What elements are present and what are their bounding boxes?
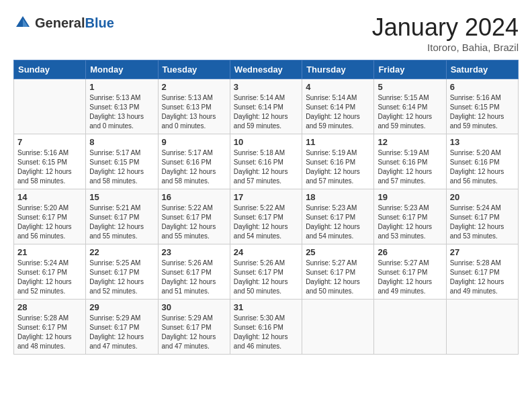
calendar-cell bbox=[446, 300, 518, 355]
day-number: 31 bbox=[234, 302, 298, 312]
calendar-cell: 13Sunrise: 5:20 AM Sunset: 6:16 PM Dayli… bbox=[446, 134, 518, 189]
day-number: 3 bbox=[234, 82, 298, 92]
calendar-week-row: 1Sunrise: 5:13 AM Sunset: 6:13 PM Daylig… bbox=[14, 79, 519, 134]
calendar-cell: 4Sunrise: 5:14 AM Sunset: 6:14 PM Daylig… bbox=[302, 79, 374, 134]
calendar-cell: 18Sunrise: 5:23 AM Sunset: 6:17 PM Dayli… bbox=[302, 189, 374, 244]
calendar-week-row: 14Sunrise: 5:20 AM Sunset: 6:17 PM Dayli… bbox=[14, 189, 519, 244]
day-number: 16 bbox=[162, 192, 226, 202]
calendar-cell: 2Sunrise: 5:13 AM Sunset: 6:13 PM Daylig… bbox=[158, 79, 230, 134]
calendar-table: SundayMondayTuesdayWednesdayThursdayFrid… bbox=[13, 60, 519, 355]
day-detail: Sunrise: 5:24 AM Sunset: 6:17 PM Dayligh… bbox=[450, 203, 515, 241]
day-number: 7 bbox=[17, 137, 82, 147]
day-detail: Sunrise: 5:18 AM Sunset: 6:16 PM Dayligh… bbox=[234, 148, 298, 186]
calendar-cell: 19Sunrise: 5:23 AM Sunset: 6:17 PM Dayli… bbox=[374, 189, 446, 244]
day-detail: Sunrise: 5:15 AM Sunset: 6:14 PM Dayligh… bbox=[378, 93, 442, 131]
calendar-cell: 16Sunrise: 5:22 AM Sunset: 6:17 PM Dayli… bbox=[158, 189, 230, 244]
day-detail: Sunrise: 5:20 AM Sunset: 6:17 PM Dayligh… bbox=[17, 203, 82, 241]
calendar-cell: 23Sunrise: 5:26 AM Sunset: 6:17 PM Dayli… bbox=[158, 244, 230, 300]
calendar-cell: 8Sunrise: 5:17 AM Sunset: 6:15 PM Daylig… bbox=[86, 134, 158, 189]
header-saturday: Saturday bbox=[446, 60, 518, 79]
day-number: 5 bbox=[378, 82, 442, 92]
day-number: 27 bbox=[450, 247, 515, 257]
day-detail: Sunrise: 5:17 AM Sunset: 6:15 PM Dayligh… bbox=[89, 148, 154, 186]
day-number: 18 bbox=[306, 192, 370, 202]
calendar-cell: 10Sunrise: 5:18 AM Sunset: 6:16 PM Dayli… bbox=[230, 134, 302, 189]
day-detail: Sunrise: 5:16 AM Sunset: 6:15 PM Dayligh… bbox=[450, 93, 515, 131]
day-detail: Sunrise: 5:13 AM Sunset: 6:13 PM Dayligh… bbox=[162, 93, 226, 131]
day-number: 1 bbox=[89, 82, 154, 92]
calendar-cell: 14Sunrise: 5:20 AM Sunset: 6:17 PM Dayli… bbox=[14, 189, 86, 244]
day-number: 25 bbox=[306, 247, 370, 257]
day-number: 8 bbox=[89, 137, 154, 147]
day-detail: Sunrise: 5:23 AM Sunset: 6:17 PM Dayligh… bbox=[306, 203, 370, 241]
day-detail: Sunrise: 5:14 AM Sunset: 6:14 PM Dayligh… bbox=[234, 93, 298, 131]
day-number: 24 bbox=[234, 247, 298, 257]
day-detail: Sunrise: 5:29 AM Sunset: 6:17 PM Dayligh… bbox=[162, 314, 226, 351]
day-detail: Sunrise: 5:16 AM Sunset: 6:15 PM Dayligh… bbox=[17, 148, 82, 186]
header-tuesday: Tuesday bbox=[158, 60, 230, 79]
calendar-cell: 11Sunrise: 5:19 AM Sunset: 6:16 PM Dayli… bbox=[302, 134, 374, 189]
header-sunday: Sunday bbox=[14, 60, 86, 79]
day-detail: Sunrise: 5:21 AM Sunset: 6:17 PM Dayligh… bbox=[89, 203, 154, 241]
day-number: 4 bbox=[306, 82, 370, 92]
day-number: 11 bbox=[306, 137, 370, 147]
day-number: 13 bbox=[450, 137, 515, 147]
calendar-cell: 30Sunrise: 5:29 AM Sunset: 6:17 PM Dayli… bbox=[158, 300, 230, 355]
day-number: 10 bbox=[234, 137, 298, 147]
day-detail: Sunrise: 5:17 AM Sunset: 6:16 PM Dayligh… bbox=[162, 148, 226, 186]
day-detail: Sunrise: 5:20 AM Sunset: 6:16 PM Dayligh… bbox=[450, 148, 515, 186]
logo: GeneralBlue bbox=[13, 13, 114, 32]
month-title: January 2024 bbox=[372, 13, 519, 42]
title-block: January 2024 Itororo, Bahia, Brazil bbox=[372, 13, 519, 53]
day-detail: Sunrise: 5:24 AM Sunset: 6:17 PM Dayligh… bbox=[17, 259, 82, 296]
calendar-week-row: 21Sunrise: 5:24 AM Sunset: 6:17 PM Dayli… bbox=[14, 244, 519, 300]
calendar-cell: 22Sunrise: 5:25 AM Sunset: 6:17 PM Dayli… bbox=[86, 244, 158, 300]
calendar-cell: 15Sunrise: 5:21 AM Sunset: 6:17 PM Dayli… bbox=[86, 189, 158, 244]
calendar-cell: 12Sunrise: 5:19 AM Sunset: 6:16 PM Dayli… bbox=[374, 134, 446, 189]
day-detail: Sunrise: 5:22 AM Sunset: 6:17 PM Dayligh… bbox=[234, 203, 298, 241]
calendar-cell: 29Sunrise: 5:29 AM Sunset: 6:17 PM Dayli… bbox=[86, 300, 158, 355]
day-number: 9 bbox=[162, 137, 226, 147]
calendar-cell bbox=[374, 300, 446, 355]
day-number: 30 bbox=[162, 302, 226, 312]
day-detail: Sunrise: 5:19 AM Sunset: 6:16 PM Dayligh… bbox=[306, 148, 370, 186]
calendar-cell: 17Sunrise: 5:22 AM Sunset: 6:17 PM Dayli… bbox=[230, 189, 302, 244]
day-detail: Sunrise: 5:28 AM Sunset: 6:17 PM Dayligh… bbox=[17, 314, 82, 351]
logo-icon bbox=[13, 13, 32, 32]
calendar-cell: 6Sunrise: 5:16 AM Sunset: 6:15 PM Daylig… bbox=[446, 79, 518, 134]
day-detail: Sunrise: 5:25 AM Sunset: 6:17 PM Dayligh… bbox=[89, 259, 154, 296]
calendar-cell: 27Sunrise: 5:28 AM Sunset: 6:17 PM Dayli… bbox=[446, 244, 518, 300]
day-number: 15 bbox=[89, 192, 154, 202]
calendar-cell: 5Sunrise: 5:15 AM Sunset: 6:14 PM Daylig… bbox=[374, 79, 446, 134]
calendar-cell: 1Sunrise: 5:13 AM Sunset: 6:13 PM Daylig… bbox=[86, 79, 158, 134]
day-number: 29 bbox=[89, 302, 154, 312]
day-number: 2 bbox=[162, 82, 226, 92]
header-thursday: Thursday bbox=[302, 60, 374, 79]
day-detail: Sunrise: 5:13 AM Sunset: 6:13 PM Dayligh… bbox=[89, 93, 154, 131]
logo-general-text: General bbox=[35, 15, 85, 30]
calendar-cell bbox=[302, 300, 374, 355]
calendar-header-row: SundayMondayTuesdayWednesdayThursdayFrid… bbox=[14, 60, 519, 79]
location-text: Itororo, Bahia, Brazil bbox=[372, 42, 519, 53]
day-number: 20 bbox=[450, 192, 515, 202]
page-header: GeneralBlue January 2024 Itororo, Bahia,… bbox=[13, 13, 519, 53]
calendar-cell: 21Sunrise: 5:24 AM Sunset: 6:17 PM Dayli… bbox=[14, 244, 86, 300]
day-number: 21 bbox=[17, 247, 82, 257]
day-number: 19 bbox=[378, 192, 442, 202]
calendar-week-row: 7Sunrise: 5:16 AM Sunset: 6:15 PM Daylig… bbox=[14, 134, 519, 189]
calendar-cell: 25Sunrise: 5:27 AM Sunset: 6:17 PM Dayli… bbox=[302, 244, 374, 300]
day-detail: Sunrise: 5:28 AM Sunset: 6:17 PM Dayligh… bbox=[450, 259, 515, 296]
day-number: 12 bbox=[378, 137, 442, 147]
calendar-cell: 7Sunrise: 5:16 AM Sunset: 6:15 PM Daylig… bbox=[14, 134, 86, 189]
day-detail: Sunrise: 5:23 AM Sunset: 6:17 PM Dayligh… bbox=[378, 203, 442, 241]
day-number: 22 bbox=[89, 247, 154, 257]
calendar-cell: 26Sunrise: 5:27 AM Sunset: 6:17 PM Dayli… bbox=[374, 244, 446, 300]
calendar-cell: 9Sunrise: 5:17 AM Sunset: 6:16 PM Daylig… bbox=[158, 134, 230, 189]
day-detail: Sunrise: 5:14 AM Sunset: 6:14 PM Dayligh… bbox=[306, 93, 370, 131]
header-friday: Friday bbox=[374, 60, 446, 79]
calendar-cell bbox=[14, 79, 86, 134]
day-detail: Sunrise: 5:29 AM Sunset: 6:17 PM Dayligh… bbox=[89, 314, 154, 351]
day-detail: Sunrise: 5:27 AM Sunset: 6:17 PM Dayligh… bbox=[378, 259, 442, 296]
header-wednesday: Wednesday bbox=[230, 60, 302, 79]
day-detail: Sunrise: 5:26 AM Sunset: 6:17 PM Dayligh… bbox=[234, 259, 298, 296]
